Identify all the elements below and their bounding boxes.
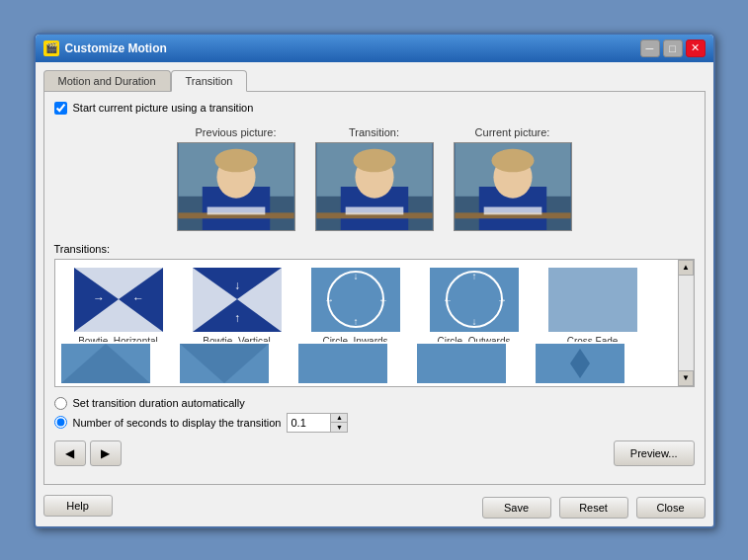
- transition-row2-item2[interactable]: [178, 342, 296, 386]
- spinner-arrows: ▲ ▼: [331, 413, 348, 433]
- transition-preview-item: Transition:: [315, 126, 434, 231]
- nav-row: ◀ ▶ Preview...: [54, 440, 695, 466]
- transitions-scrollbar: ▲ ▼: [678, 260, 694, 386]
- seconds-label: Number of seconds to display the transit…: [73, 417, 282, 429]
- svg-rect-20: [483, 206, 541, 214]
- transition-preview-image: [315, 142, 434, 231]
- tabs-container: Motion and Duration Transition: [43, 70, 706, 92]
- svg-text:↓: ↓: [234, 279, 240, 292]
- window-content: Motion and Duration Transition Start cur…: [36, 62, 713, 526]
- svg-marker-48: [570, 349, 590, 378]
- svg-text:←: ←: [132, 291, 144, 305]
- start-transition-checkbox[interactable]: [54, 102, 67, 115]
- transitions-row-2: [55, 342, 694, 386]
- svg-text:←: ←: [378, 294, 388, 305]
- svg-text:→: →: [497, 294, 507, 305]
- current-picture-image: [454, 142, 572, 231]
- tab-panel-transition: Start current picture using a transition…: [43, 91, 706, 485]
- options-section: Set transition duration automatically Nu…: [54, 397, 695, 433]
- auto-duration-row: Set transition duration automatically: [54, 397, 695, 410]
- transition-circle-outwards[interactable]: ↑ ↓ ← → Circle, Outwards: [415, 264, 534, 338]
- transition-row2-item3[interactable]: [296, 342, 415, 386]
- save-button[interactable]: Save: [482, 497, 551, 519]
- transitions-grid-wrapper: → ← Bowtie, Horizontal: [54, 259, 695, 387]
- transition-preview-label: Transition:: [349, 126, 399, 138]
- circle-inwards-icon: ↓ ↑ → ←: [311, 268, 400, 332]
- svg-text:←: ←: [443, 294, 453, 305]
- minimize-button[interactable]: ─: [640, 40, 660, 57]
- tab-transition[interactable]: Transition: [171, 70, 248, 92]
- title-bar: 🎬 Customize Motion ─ □ ✕: [36, 35, 713, 62]
- transition-row2-item4[interactable]: [415, 342, 534, 386]
- seconds-input[interactable]: [287, 413, 331, 433]
- transition-bowtie-vertical[interactable]: ↓ ↑ Bowtie, Vertical: [178, 264, 296, 338]
- spinner-down-button[interactable]: ▼: [331, 423, 347, 432]
- svg-text:→: →: [93, 291, 105, 305]
- start-transition-label: Start current picture using a transition: [73, 102, 254, 114]
- next-nav-button[interactable]: ▶: [90, 440, 122, 466]
- close-window-button[interactable]: ✕: [686, 40, 706, 57]
- scroll-down-arrow[interactable]: ▼: [678, 370, 694, 386]
- cross-fade-icon: [548, 268, 637, 332]
- svg-text:↑: ↑: [234, 311, 240, 325]
- svg-point-18: [491, 148, 534, 171]
- svg-text:↓: ↓: [471, 316, 476, 327]
- footer-row: Help Save Reset Close: [43, 493, 706, 519]
- svg-rect-13: [345, 206, 403, 214]
- svg-point-11: [353, 148, 395, 171]
- manual-duration-row: Number of seconds to display the transit…: [54, 413, 695, 433]
- preview-row: Previous picture:: [54, 126, 695, 231]
- previous-picture-label: Previous picture:: [196, 126, 277, 138]
- maximize-button[interactable]: □: [663, 40, 683, 57]
- manual-duration-radio[interactable]: [54, 416, 67, 429]
- transitions-label: Transitions:: [54, 243, 695, 255]
- seconds-spinner: ▲ ▼: [287, 413, 348, 433]
- scroll-up-arrow[interactable]: ▲: [678, 260, 694, 276]
- start-transition-row: Start current picture using a transition: [54, 102, 695, 115]
- reset-button[interactable]: Reset: [559, 497, 628, 519]
- transitions-section: Transitions:: [54, 243, 695, 387]
- transition-circle-inwards[interactable]: ↓ ↑ → ← Circle, Inwards: [296, 264, 415, 338]
- svg-text:↑: ↑: [471, 271, 476, 281]
- auto-duration-label: Set transition duration automatically: [73, 397, 245, 409]
- svg-text:→: →: [324, 294, 334, 305]
- auto-duration-radio[interactable]: [54, 397, 67, 410]
- title-bar-controls: ─ □ ✕: [640, 40, 706, 57]
- current-picture-label: Current picture:: [475, 126, 550, 138]
- spinner-up-button[interactable]: ▲: [331, 414, 347, 423]
- svg-point-4: [214, 148, 257, 171]
- footer-buttons: Save Reset Close: [482, 497, 706, 519]
- current-picture-item: Current picture:: [454, 126, 572, 231]
- transition-bowtie-horizontal[interactable]: → ← Bowtie, Horizontal: [59, 264, 178, 338]
- help-button[interactable]: Help: [43, 495, 113, 517]
- bowtie-horizontal-icon: → ←: [74, 268, 163, 332]
- previous-picture-image: [177, 142, 295, 231]
- transition-cross-fade[interactable]: Cross Fade: [534, 264, 652, 338]
- transitions-row-1: → ← Bowtie, Horizontal: [55, 260, 694, 342]
- close-button[interactable]: Close: [636, 497, 706, 519]
- window-icon: 🎬: [43, 40, 59, 56]
- bowtie-vertical-icon: ↓ ↑: [193, 268, 282, 332]
- svg-text:↓: ↓: [353, 271, 358, 281]
- svg-text:↑: ↑: [353, 316, 358, 327]
- scroll-track[interactable]: [679, 276, 693, 370]
- window-title: Customize Motion: [65, 41, 640, 55]
- previous-picture-item: Previous picture:: [177, 126, 295, 231]
- preview-button[interactable]: Preview...: [614, 440, 695, 466]
- transition-row2-item5[interactable]: [534, 342, 652, 386]
- transition-row2-item1[interactable]: [59, 342, 178, 386]
- svg-rect-43: [548, 268, 637, 332]
- tab-motion-duration[interactable]: Motion and Duration: [43, 70, 171, 92]
- footer-left: Help: [43, 495, 482, 517]
- previous-nav-button[interactable]: ◀: [54, 440, 86, 466]
- svg-rect-6: [207, 206, 265, 214]
- customize-motion-window: 🎬 Customize Motion ─ □ ✕ Motion and Dura…: [34, 33, 715, 528]
- circle-outwards-icon: ↑ ↓ ← →: [430, 268, 519, 332]
